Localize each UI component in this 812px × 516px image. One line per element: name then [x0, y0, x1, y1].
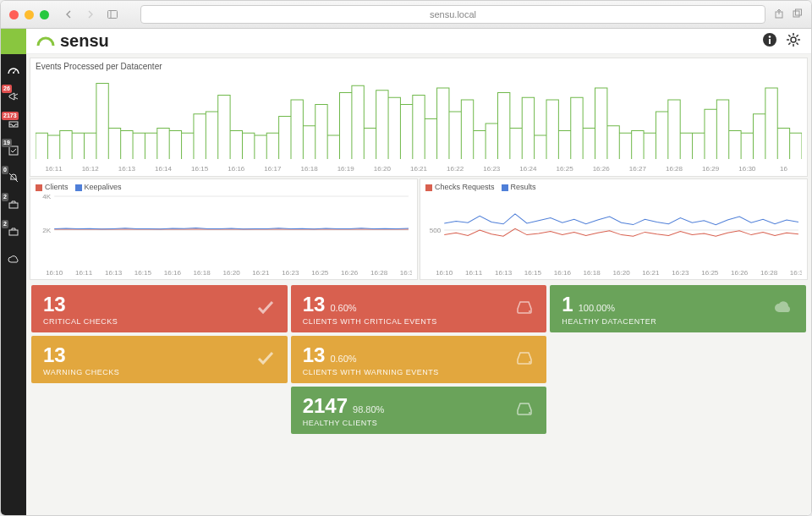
- tile-healthy-clients-value: 2147: [303, 394, 348, 418]
- svg-text:4K: 4K: [42, 193, 52, 200]
- tile-clients-warning-value: 13: [303, 343, 326, 367]
- svg-line-20: [797, 42, 798, 44]
- sidebar-badge-aggregates: 0: [2, 166, 8, 174]
- tile-critical-checks-value: 13: [43, 293, 66, 316]
- events-chart-card: Events Processed per Datacenter 16:1116:…: [30, 58, 808, 177]
- svg-point-78: [529, 412, 530, 414]
- sidebar-item-stashes[interactable]: 2: [1, 193, 26, 217]
- sidebar-item-alerts[interactable]: 26: [1, 85, 26, 108]
- svg-point-77: [529, 361, 530, 363]
- back-button[interactable]: [61, 7, 76, 22]
- svg-text:16:20: 16:20: [612, 269, 630, 277]
- url-bar[interactable]: sensu.local: [140, 5, 765, 24]
- svg-text:16:23: 16:23: [282, 269, 299, 277]
- topbar-actions: [762, 32, 801, 51]
- svg-text:16:18: 16:18: [194, 269, 211, 277]
- sidebar-item-aggregates[interactable]: 0: [1, 166, 26, 189]
- tile-healthy-clients[interactable]: 214798.80% HEALTHY CLIENTS: [291, 387, 547, 434]
- events-chart-title: Events Processed per Datacenter: [36, 62, 802, 71]
- sidebar-item-cloud[interactable]: [1, 247, 26, 271]
- settings-button[interactable]: [786, 32, 801, 51]
- close-window-button[interactable]: [9, 10, 19, 19]
- svg-text:16:16: 16:16: [164, 269, 182, 277]
- brand[interactable]: sensu: [36, 31, 109, 51]
- svg-rect-9: [9, 203, 18, 208]
- svg-point-12: [769, 36, 771, 38]
- svg-text:16:12: 16:12: [82, 165, 100, 173]
- sidebar-logo[interactable]: [1, 29, 26, 54]
- sidebar-item-datacenters[interactable]: 2: [1, 220, 26, 244]
- svg-text:16:13: 16:13: [105, 269, 123, 277]
- share-button[interactable]: [774, 7, 784, 22]
- main-panel: sensu Events Processed per Datacenter 16…: [26, 29, 811, 515]
- svg-text:16:20: 16:20: [222, 269, 240, 277]
- tabs-button[interactable]: [793, 7, 803, 22]
- browser-nav-controls: [61, 7, 120, 22]
- svg-text:16:15: 16:15: [191, 165, 209, 173]
- svg-text:16:26: 16:26: [593, 165, 611, 173]
- tile-critical-checks[interactable]: 13 CRITICAL CHECKS: [31, 285, 288, 332]
- svg-text:16:18: 16:18: [584, 269, 601, 277]
- briefcase-icon: [8, 226, 19, 238]
- svg-text:16:28: 16:28: [760, 269, 778, 277]
- svg-rect-0: [108, 11, 118, 19]
- sidebar-toggle-button[interactable]: [105, 7, 120, 22]
- tile-healthy-dc-label: HEALTHY DATACENTER: [562, 317, 656, 326]
- svg-text:16:21: 16:21: [642, 269, 660, 277]
- sidebar-badge-datacenters: 2: [2, 220, 8, 228]
- tile-clients-warning-pct: 0.60%: [330, 354, 356, 364]
- hdd-icon: [514, 349, 535, 370]
- url-text: sensu.local: [430, 9, 476, 19]
- sidebar-badge-events: 2173: [2, 112, 19, 120]
- svg-text:16:28: 16:28: [370, 269, 388, 277]
- svg-text:16:25: 16:25: [557, 165, 574, 173]
- sidebar-item-silence[interactable]: 19: [1, 139, 26, 162]
- check-icon: [255, 297, 276, 321]
- gauge-icon: [7, 64, 20, 74]
- tile-clients-warning[interactable]: 130.60% CLIENTS WITH WARNING EVENTS: [291, 336, 547, 383]
- info-button[interactable]: [762, 32, 777, 51]
- svg-text:16:15: 16:15: [134, 269, 152, 277]
- check-icon: [255, 348, 276, 371]
- svg-text:16:11: 16:11: [75, 269, 93, 277]
- tile-healthy-datacenter[interactable]: 1100.00% HEALTHY DATACENTER: [550, 285, 806, 332]
- tile-clients-critical[interactable]: 130.60% CLIENTS WITH CRITICAL EVENTS: [291, 285, 547, 332]
- sidebar-badge-alerts: 26: [2, 85, 12, 93]
- sidebar-item-dashboard[interactable]: [1, 58, 26, 81]
- browser-toolbar: sensu.local: [1, 1, 811, 29]
- svg-text:16:13: 16:13: [495, 269, 513, 277]
- forward-button[interactable]: [83, 7, 98, 22]
- minimize-window-button[interactable]: [25, 10, 34, 19]
- small-charts-row: Clients Keepalives 2K4K16:1016:1116:1316…: [30, 178, 808, 280]
- sidebar-badge-silence: 19: [2, 139, 12, 147]
- legend-label-checksreq: Checks Requests: [435, 183, 495, 191]
- tile-warning-checks-value: 13: [43, 343, 66, 367]
- cloud-icon: [7, 254, 20, 264]
- svg-text:16:30: 16:30: [790, 269, 802, 277]
- svg-text:16:25: 16:25: [311, 269, 329, 277]
- svg-text:16:23: 16:23: [483, 165, 501, 173]
- svg-text:16:14: 16:14: [155, 165, 173, 173]
- svg-text:16:21: 16:21: [252, 269, 270, 277]
- sidebar-item-events[interactable]: 2173: [1, 112, 26, 135]
- dashboard-content: Events Processed per Datacenter 16:1116:…: [26, 54, 811, 515]
- svg-text:16:26: 16:26: [341, 269, 359, 277]
- gear-icon: [786, 32, 801, 47]
- svg-text:16:11: 16:11: [46, 165, 63, 173]
- traffic-lights: [9, 10, 49, 19]
- svg-text:16:16: 16:16: [554, 269, 572, 277]
- legend-swatch-clients: [36, 184, 42, 191]
- svg-text:16:11: 16:11: [465, 269, 483, 277]
- svg-text:2K: 2K: [42, 227, 52, 234]
- tile-clients-critical-label: CLIENTS WITH CRITICAL EVENTS: [303, 317, 437, 326]
- bell-slash-icon: [8, 172, 19, 184]
- tile-healthy-clients-label: HEALTHY CLIENTS: [303, 419, 385, 427]
- svg-rect-13: [769, 39, 771, 44]
- legend-swatch-results: [502, 184, 508, 191]
- checks-results-chart: 50016:1016:1116:1316:1516:1616:1816:2016…: [425, 193, 802, 277]
- browser-window: sensu.local 26 2173 19 0: [0, 0, 812, 516]
- svg-text:16:16: 16:16: [228, 165, 245, 173]
- tile-warning-checks[interactable]: 13 WARNING CHECKS: [31, 336, 288, 383]
- maximize-window-button[interactable]: [40, 10, 49, 19]
- svg-text:16:21: 16:21: [410, 165, 428, 173]
